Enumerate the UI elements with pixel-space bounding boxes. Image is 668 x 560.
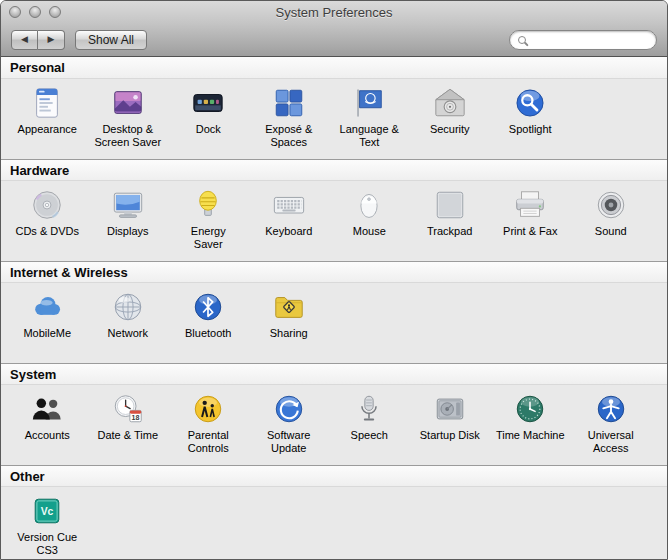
bluetooth-icon	[191, 290, 225, 324]
section-header-system: System	[1, 363, 667, 385]
pref-item-mobileme[interactable]: MobileMe	[7, 286, 88, 340]
appearance-icon	[30, 86, 64, 120]
pref-item-date-time[interactable]: 18Date & Time	[88, 388, 169, 455]
section-personal: PersonalAppearanceDesktop & Screen Saver…	[1, 57, 667, 159]
system-preferences-window: System Preferences ◀ ▶ Show All Personal…	[0, 0, 668, 560]
pref-label-startup-disk: Startup Disk	[420, 429, 480, 442]
pref-item-startup-disk[interactable]: Startup Disk	[410, 388, 491, 455]
software-update-icon	[272, 392, 306, 426]
section-header-hardware: Hardware	[1, 159, 667, 181]
zoom-button[interactable]	[49, 6, 61, 18]
pref-label-keyboard: Keyboard	[265, 225, 312, 238]
search-input[interactable]	[531, 33, 648, 47]
security-icon	[433, 86, 467, 120]
pref-label-desktop-screen-saver: Desktop & Screen Saver	[94, 123, 161, 149]
pref-item-spotlight[interactable]: Spotlight	[490, 82, 571, 149]
pref-item-dock[interactable]: Dock	[168, 82, 249, 149]
cds-dvds-icon	[30, 188, 64, 222]
sharing-icon	[272, 290, 306, 324]
pref-label-spotlight: Spotlight	[509, 123, 552, 136]
expose-spaces-icon	[272, 86, 306, 120]
pref-item-speech[interactable]: Speech	[329, 388, 410, 455]
pref-label-security: Security	[430, 123, 470, 136]
pref-item-print-fax[interactable]: Print & Fax	[490, 184, 571, 251]
pref-label-speech: Speech	[351, 429, 388, 442]
section-header-personal: Personal	[1, 57, 667, 79]
pref-item-sound[interactable]: Sound	[571, 184, 652, 251]
pref-label-sound: Sound	[595, 225, 627, 238]
icon-grid-internet-wireless: MobileMeNetworkBluetoothSharing	[1, 283, 667, 363]
accounts-icon	[30, 392, 64, 426]
pref-label-trackpad: Trackpad	[427, 225, 472, 238]
language-text-icon	[352, 86, 386, 120]
network-icon	[111, 290, 145, 324]
back-arrow-icon: ◀	[21, 35, 28, 44]
search-icon	[518, 36, 526, 44]
icon-grid-other: VcVersion Cue CS3	[1, 487, 667, 559]
pref-label-mouse: Mouse	[353, 225, 386, 238]
pref-item-appearance[interactable]: Appearance	[7, 82, 88, 149]
pref-item-accounts[interactable]: Accounts	[7, 388, 88, 455]
pref-label-language-text: Language & Text	[340, 123, 399, 149]
section-internet-wireless: Internet & WirelessMobileMeNetworkBlueto…	[1, 261, 667, 363]
pref-item-language-text[interactable]: Language & Text	[329, 82, 410, 149]
pref-label-software-update: Software Update	[267, 429, 310, 455]
universal-access-icon	[594, 392, 628, 426]
pref-item-software-update[interactable]: Software Update	[249, 388, 330, 455]
traffic-lights	[9, 1, 61, 23]
pref-label-appearance: Appearance	[18, 123, 77, 136]
pref-item-version-cue-cs3[interactable]: VcVersion Cue CS3	[7, 490, 88, 557]
title-bar[interactable]: System Preferences	[1, 1, 667, 23]
version-cue-icon: Vc	[30, 494, 64, 528]
close-button[interactable]	[9, 6, 21, 18]
pref-label-network: Network	[108, 327, 148, 340]
pref-label-version-cue-cs3: Version Cue CS3	[17, 531, 77, 557]
spotlight-icon	[513, 86, 547, 120]
icon-grid-hardware: CDs & DVDsDisplaysEnergy SaverKeyboardMo…	[1, 181, 667, 261]
pref-label-accounts: Accounts	[25, 429, 70, 442]
pref-item-bluetooth[interactable]: Bluetooth	[168, 286, 249, 340]
pref-item-security[interactable]: Security	[410, 82, 491, 149]
date-time-icon: 18	[111, 392, 145, 426]
svg-text:18: 18	[131, 414, 139, 422]
pref-label-sharing: Sharing	[270, 327, 308, 340]
pref-item-network[interactable]: Network	[88, 286, 169, 340]
pref-item-time-machine[interactable]: Time Machine	[490, 388, 571, 455]
toolbar: ◀ ▶ Show All	[1, 23, 667, 57]
parental-controls-icon	[191, 392, 225, 426]
pref-item-desktop-screen-saver[interactable]: Desktop & Screen Saver	[88, 82, 169, 149]
show-all-button[interactable]: Show All	[75, 30, 147, 50]
pref-label-cds-dvds: CDs & DVDs	[15, 225, 79, 238]
pref-item-universal-access[interactable]: Universal Access	[571, 388, 652, 455]
pref-item-mouse[interactable]: Mouse	[329, 184, 410, 251]
nav-group: ◀ ▶	[11, 30, 65, 50]
pref-label-parental-controls: Parental Controls	[188, 429, 229, 455]
startup-disk-icon	[433, 392, 467, 426]
pref-item-sharing[interactable]: Sharing	[249, 286, 330, 340]
icon-grid-system: Accounts18Date & TimeParental ControlsSo…	[1, 385, 667, 465]
pref-item-displays[interactable]: Displays	[88, 184, 169, 251]
minimize-button[interactable]	[29, 6, 41, 18]
section-hardware: HardwareCDs & DVDsDisplaysEnergy SaverKe…	[1, 159, 667, 261]
pref-item-expos-spaces[interactable]: Exposé & Spaces	[249, 82, 330, 149]
trackpad-icon	[433, 188, 467, 222]
search-field[interactable]	[509, 30, 657, 50]
forward-button[interactable]: ▶	[38, 30, 65, 50]
desktop-screen-saver-icon	[111, 86, 145, 120]
icon-grid-personal: AppearanceDesktop & Screen SaverDockExpo…	[1, 79, 667, 159]
pref-label-mobileme: MobileMe	[23, 327, 71, 340]
pref-label-expos-spaces: Exposé & Spaces	[265, 123, 312, 149]
pref-label-displays: Displays	[107, 225, 149, 238]
preferences-sections: PersonalAppearanceDesktop & Screen Saver…	[1, 57, 667, 559]
pref-item-parental-controls[interactable]: Parental Controls	[168, 388, 249, 455]
pref-item-keyboard[interactable]: Keyboard	[249, 184, 330, 251]
section-other: OtherVcVersion Cue CS3	[1, 465, 667, 559]
pref-label-date-time: Date & Time	[97, 429, 158, 442]
pref-label-energy-saver: Energy Saver	[191, 225, 226, 251]
pref-label-dock: Dock	[196, 123, 221, 136]
pref-item-cds-dvds[interactable]: CDs & DVDs	[7, 184, 88, 251]
pref-item-trackpad[interactable]: Trackpad	[410, 184, 491, 251]
back-button[interactable]: ◀	[11, 30, 38, 50]
pref-label-bluetooth: Bluetooth	[185, 327, 231, 340]
pref-item-energy-saver[interactable]: Energy Saver	[168, 184, 249, 251]
